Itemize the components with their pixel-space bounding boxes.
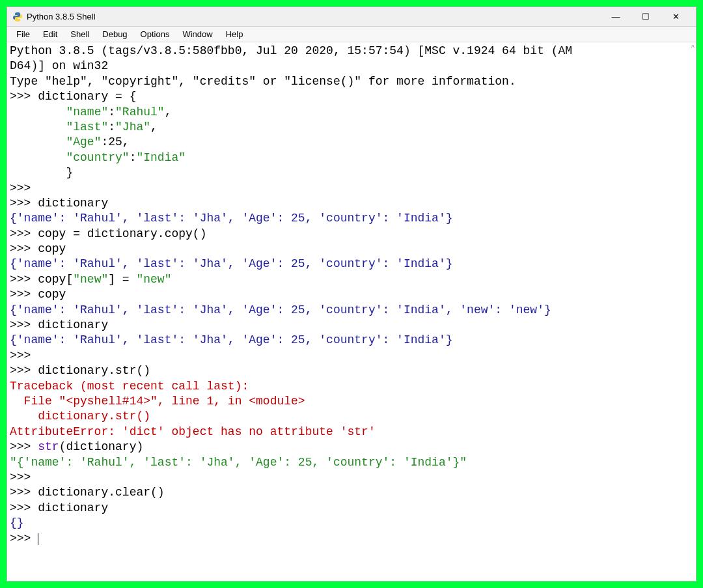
menu-file[interactable]: File — [10, 28, 36, 40]
dict-key: "last" — [66, 120, 108, 133]
code-line: dictionary.str() — [38, 364, 150, 377]
python-icon — [12, 12, 23, 22]
code-line: copy — [38, 288, 66, 301]
prompt: >>> — [10, 182, 38, 195]
cursor — [38, 533, 38, 545]
output-line: {'name': 'Rahul', 'last': 'Jha', 'Age': … — [10, 303, 551, 316]
output-line: {} — [10, 516, 24, 529]
traceback-line: dictionary.str() — [10, 410, 150, 423]
banner-line: D64)] on win32 — [10, 59, 108, 72]
string-literal: "new" — [73, 273, 108, 286]
menubar: File Edit Shell Debug Options Window Hel… — [7, 27, 696, 42]
traceback-line: Traceback (most recent call last): — [10, 380, 249, 393]
window-title: Python 3.8.5 Shell — [27, 12, 601, 21]
code-line: dictionary = { — [38, 90, 136, 103]
menu-edit[interactable]: Edit — [36, 28, 64, 40]
maximize-button[interactable]: ☐ — [631, 7, 661, 27]
builtin-func: str — [38, 440, 59, 453]
code-line: copy[ — [38, 273, 73, 286]
prompt: >>> — [10, 486, 38, 499]
shell-content[interactable]: ^ Python 3.8.5 (tags/v3.8.5:580fbb0, Jul… — [7, 42, 696, 581]
output-line: "{'name': 'Rahul', 'last': 'Jha', 'Age':… — [10, 456, 467, 469]
prompt: >>> — [10, 242, 38, 255]
prompt: >>> — [10, 288, 38, 301]
dict-key: "name" — [66, 105, 108, 119]
prompt: >>> — [10, 349, 38, 362]
prompt: >>> — [10, 471, 38, 484]
prompt: >>> — [10, 197, 38, 210]
dict-val: "Rahul" — [115, 105, 165, 119]
close-button[interactable]: ✕ — [661, 7, 691, 27]
prompt: >>> — [10, 440, 38, 453]
prompt: >>> — [10, 318, 38, 331]
dict-key: "country" — [66, 151, 129, 164]
prompt: >>> — [10, 364, 38, 377]
shell-text[interactable]: Python 3.8.5 (tags/v3.8.5:580fbb0, Jul 2… — [10, 44, 693, 546]
dict-val: 25 — [108, 135, 122, 148]
dict-val: "India" — [136, 151, 186, 164]
code-line: dictionary — [38, 318, 108, 331]
banner-line: Python 3.8.5 (tags/v3.8.5:580fbb0, Jul 2… — [10, 44, 572, 57]
prompt: >>> — [10, 501, 38, 514]
scroll-indicator[interactable]: ^ — [691, 44, 695, 51]
menu-debug[interactable]: Debug — [96, 28, 133, 40]
prompt: >>> — [10, 227, 38, 240]
output-line: {'name': 'Rahul', 'last': 'Jha', 'Age': … — [10, 333, 453, 346]
code-line: dictionary — [38, 501, 108, 514]
code-line: copy = dictionary.copy() — [38, 227, 206, 240]
idle-window: Python 3.8.5 Shell — ☐ ✕ File Edit Shell… — [7, 7, 696, 581]
dict-key: "Age" — [66, 135, 101, 148]
code-line: ] = — [108, 273, 136, 286]
string-literal: "new" — [136, 273, 171, 286]
menu-help[interactable]: Help — [219, 28, 250, 40]
traceback-line: AttributeError: 'dict' object has no att… — [10, 425, 376, 438]
code-line: dictionary.clear() — [38, 486, 164, 499]
dict-val: "Jha" — [115, 120, 150, 133]
code-line: copy — [38, 242, 66, 255]
output-line: {'name': 'Rahul', 'last': 'Jha', 'Age': … — [10, 212, 453, 225]
output-line: {'name': 'Rahul', 'last': 'Jha', 'Age': … — [10, 257, 453, 270]
close-brace: } — [66, 166, 73, 179]
menu-window[interactable]: Window — [176, 28, 219, 40]
code-line: dictionary — [38, 197, 108, 210]
minimize-button[interactable]: — — [601, 7, 631, 27]
banner-line: Type "help", "copyright", "credits" or "… — [10, 75, 516, 88]
prompt: >>> — [10, 273, 38, 286]
traceback-line: File "<pyshell#14>", line 1, in <module> — [10, 395, 305, 408]
window-controls: — ☐ ✕ — [601, 7, 691, 27]
code-line: (dictionary) — [59, 440, 144, 453]
prompt: >>> — [10, 90, 38, 103]
menu-options[interactable]: Options — [134, 28, 176, 40]
titlebar[interactable]: Python 3.8.5 Shell — ☐ ✕ — [7, 7, 696, 27]
prompt: >>> — [10, 532, 38, 545]
menu-shell[interactable]: Shell — [64, 28, 96, 40]
